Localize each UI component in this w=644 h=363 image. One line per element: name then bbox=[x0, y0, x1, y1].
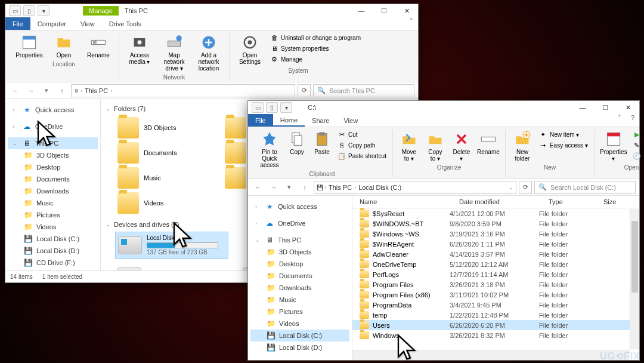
nav-item[interactable]: 📁Downloads bbox=[250, 282, 349, 294]
table-row[interactable]: AdwCleaner4/14/2019 3:57 PMFile folder bbox=[352, 249, 630, 259]
horizontal-scrollbar[interactable] bbox=[352, 350, 630, 360]
nav-item[interactable]: 📁Documents bbox=[8, 173, 98, 185]
nav-item[interactable]: 📁Desktop bbox=[8, 161, 98, 173]
qat-icon[interactable]: ▭ bbox=[9, 5, 21, 16]
uninstall-button[interactable]: 🗑Uninstall or change a program bbox=[268, 33, 363, 42]
add-location-button[interactable]: Add a network location bbox=[192, 33, 225, 73]
qat-overflow[interactable]: ▾ bbox=[38, 5, 49, 16]
paste-button[interactable]: Paste bbox=[310, 130, 334, 156]
maximize-button[interactable]: ☐ bbox=[373, 4, 395, 17]
open-button[interactable]: Open bbox=[47, 33, 80, 60]
nav-this-pc[interactable]: ⌄🖥This PC bbox=[8, 137, 98, 149]
minimize-button[interactable]: — bbox=[571, 101, 594, 114]
column-headers[interactable]: Name Date modified Type Size bbox=[352, 196, 639, 208]
nav-item[interactable]: 💾Local Disk (C:) bbox=[250, 330, 349, 342]
nav-item[interactable]: 📁Desktop bbox=[250, 258, 349, 270]
folder-tile[interactable]: Documents bbox=[115, 141, 210, 165]
open-settings-button[interactable]: Open Settings bbox=[233, 33, 267, 66]
rename-button[interactable]: Rename bbox=[475, 130, 501, 156]
nav-item[interactable]: 💾Local Disk (C:) bbox=[8, 233, 98, 245]
qat-icon[interactable]: ▯ bbox=[266, 102, 278, 113]
close-button[interactable]: ✕ bbox=[395, 4, 418, 17]
nav-item[interactable]: 📁Documents bbox=[250, 270, 349, 282]
nav-item[interactable]: 📁3D Objects bbox=[250, 246, 349, 258]
history-button[interactable]: 🕘History bbox=[630, 151, 644, 161]
ribbon-collapse[interactable]: ˄ bbox=[405, 17, 418, 30]
search-input[interactable]: 🔍 Search This PC bbox=[313, 84, 414, 97]
nav-forward[interactable]: → bbox=[267, 181, 280, 194]
paste-shortcut-button[interactable]: 📋Paste shortcut bbox=[335, 151, 389, 161]
column-date[interactable]: Date modified bbox=[459, 198, 549, 205]
nav-onedrive[interactable]: ›☁OneDrive bbox=[8, 121, 98, 133]
nav-history-dropdown[interactable]: ▾ bbox=[283, 181, 296, 194]
table-row[interactable]: Program Files (x86)3/11/2021 10:02 PMFil… bbox=[352, 290, 630, 300]
contextual-tab-manage[interactable]: Manage bbox=[83, 6, 119, 16]
drive-tile-local-c[interactable]: Local Disk (C:) 137 GB free of 223 GB bbox=[115, 232, 228, 259]
maximize-button[interactable]: ☐ bbox=[594, 101, 617, 114]
system-properties-button[interactable]: 🖥System properties bbox=[268, 44, 363, 53]
tab-view[interactable]: View bbox=[73, 17, 102, 30]
open-button[interactable]: ▶Open ▾ bbox=[630, 130, 644, 139]
edit-button[interactable]: ✎Edit bbox=[630, 140, 644, 150]
nav-up[interactable]: ↑ bbox=[55, 84, 69, 97]
new-folder-button[interactable]: New folder bbox=[509, 130, 535, 163]
tab-computer[interactable]: Computer bbox=[30, 17, 73, 30]
tab-file[interactable]: File bbox=[5, 17, 30, 30]
table-row[interactable]: ProgramData3/4/2021 9:45 PMFile folder bbox=[352, 300, 630, 310]
scrollbar-thumb[interactable] bbox=[631, 221, 638, 293]
close-button[interactable]: ✕ bbox=[617, 101, 639, 114]
nav-back[interactable]: ← bbox=[252, 181, 265, 194]
table-row[interactable]: PerfLogs12/7/2019 11:14 AMFile folder bbox=[352, 269, 630, 279]
tab-view[interactable]: View bbox=[336, 114, 365, 127]
table-row[interactable]: $Windows.~WS3/19/2021 3:16 PMFile folder bbox=[352, 229, 630, 239]
table-row[interactable]: Windows3/26/2021 8:32 PMFile folder bbox=[352, 330, 630, 340]
nav-item[interactable]: 📁Videos bbox=[250, 318, 349, 330]
search-input[interactable]: 🔍 Search Local Disk (C:) bbox=[534, 181, 636, 194]
pin-button[interactable]: Pin to Quick access bbox=[255, 130, 284, 170]
move-to-button[interactable]: Move to ▾ bbox=[397, 130, 422, 163]
copy-path-button[interactable]: ⎘Copy path bbox=[335, 140, 389, 150]
nav-item[interactable]: 💾Local Disk (D:) bbox=[8, 245, 98, 257]
column-type[interactable]: Type bbox=[549, 198, 603, 205]
table-row[interactable]: Program Files3/26/2021 3:18 PMFile folde… bbox=[352, 279, 630, 290]
column-size[interactable]: Size bbox=[603, 198, 639, 205]
tab-file[interactable]: File bbox=[248, 114, 273, 127]
nav-history-dropdown[interactable]: ▾ bbox=[40, 84, 53, 97]
nav-up[interactable]: ↑ bbox=[298, 181, 311, 194]
easy-access-button[interactable]: ⇢Easy access ▾ bbox=[537, 140, 590, 150]
tab-home[interactable]: Home bbox=[273, 114, 305, 127]
table-row[interactable]: temp1/22/2021 12:48 PMFile folder bbox=[352, 310, 630, 320]
copy-button[interactable]: Copy bbox=[285, 130, 309, 156]
map-drive-button[interactable]: Map network drive ▾ bbox=[157, 33, 191, 73]
drive-tile[interactable]: DVD RW Drive bbox=[115, 265, 228, 270]
nav-item[interactable]: 💾Local Disk (D:) bbox=[250, 342, 349, 353]
cut-button[interactable]: ✂Cut bbox=[335, 130, 389, 139]
breadcrumb[interactable]: 💾 › This PC › Local Disk (C:) ⌄ bbox=[314, 181, 516, 194]
nav-this-pc[interactable]: ⌄🖥This PC bbox=[250, 234, 349, 246]
folder-tile[interactable]: 3D Objects bbox=[115, 116, 210, 140]
nav-back[interactable]: ← bbox=[9, 84, 22, 97]
breadcrumb[interactable]: 🖥 › This PC › bbox=[71, 84, 295, 97]
properties-button[interactable]: Properties bbox=[13, 33, 46, 60]
nav-item[interactable]: 📁Pictures bbox=[250, 306, 349, 318]
ribbon-collapse[interactable]: ˄ bbox=[613, 114, 626, 127]
table-row[interactable]: $WINDOWS.~BT9/8/2020 3:59 PMFile folder bbox=[352, 219, 630, 229]
minimize-button[interactable]: — bbox=[350, 4, 373, 17]
qat-overflow[interactable]: ▾ bbox=[280, 102, 292, 113]
refresh-button[interactable]: ⟳ bbox=[298, 84, 311, 97]
nav-forward[interactable]: → bbox=[24, 84, 38, 97]
help-button[interactable]: ? bbox=[626, 114, 639, 127]
nav-item[interactable]: 📁Pictures bbox=[8, 209, 98, 221]
folder-tile[interactable]: Music bbox=[115, 166, 210, 190]
nav-quick-access[interactable]: ›★Quick access bbox=[8, 104, 98, 116]
nav-item[interactable]: 📁Downloads bbox=[8, 185, 98, 197]
nav-item[interactable]: 💾CD Drive (F:) bbox=[8, 257, 98, 269]
tab-drive-tools[interactable]: Drive Tools bbox=[102, 17, 148, 30]
nav-item[interactable]: 📁Music bbox=[8, 197, 98, 209]
copy-to-button[interactable]: Copy to ▾ bbox=[423, 130, 448, 163]
chevron-down-icon[interactable]: ⌄ bbox=[509, 184, 513, 190]
qat-icon[interactable]: ▭ bbox=[252, 102, 264, 113]
access-media-button[interactable]: Access media ▾ bbox=[123, 33, 156, 66]
rename-button[interactable]: abRename bbox=[82, 33, 115, 60]
column-name[interactable]: Name bbox=[352, 198, 459, 205]
